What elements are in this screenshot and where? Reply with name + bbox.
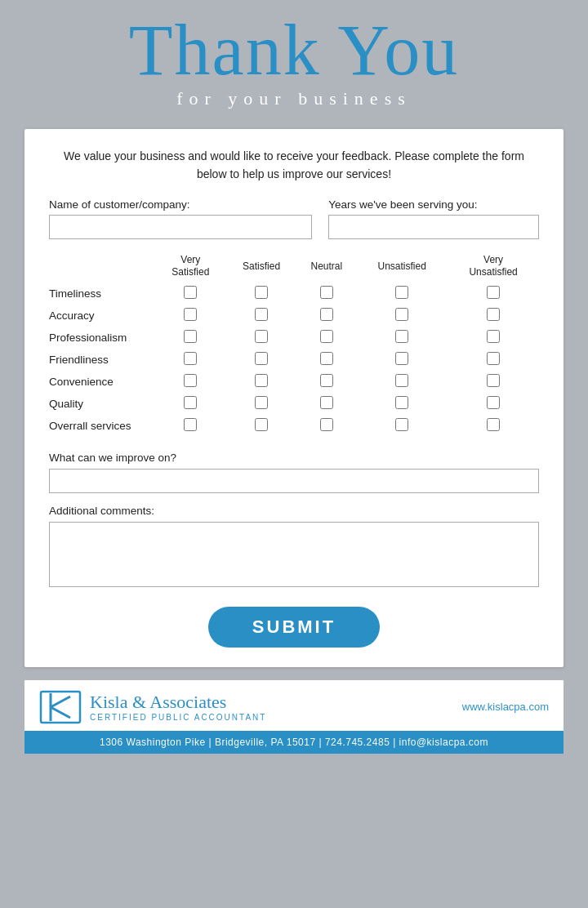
rating-checkbox[interactable] xyxy=(487,418,500,431)
rating-checkbox[interactable] xyxy=(320,396,333,409)
rating-cell[interactable] xyxy=(356,393,448,415)
rating-checkbox[interactable] xyxy=(320,418,333,431)
rating-checkbox[interactable] xyxy=(255,374,268,387)
rating-cell[interactable] xyxy=(448,305,539,327)
rating-checkbox[interactable] xyxy=(184,374,197,387)
years-label: Years we've been serving you: xyxy=(328,198,539,211)
rating-header-neutral: Neutral xyxy=(296,254,356,283)
rating-cell[interactable] xyxy=(296,327,356,349)
rating-checkbox[interactable] xyxy=(487,308,500,321)
footer-address: 1306 Washington Pike | Bridgeville, PA 1… xyxy=(24,731,564,754)
rating-cell[interactable] xyxy=(296,415,356,437)
rating-cell[interactable] xyxy=(356,305,448,327)
rating-cell[interactable] xyxy=(356,327,448,349)
rating-checkbox[interactable] xyxy=(255,308,268,321)
rating-checkbox[interactable] xyxy=(255,330,268,343)
rating-cell[interactable] xyxy=(155,415,226,437)
rating-row-label: Timeliness xyxy=(49,283,155,305)
rating-checkbox[interactable] xyxy=(320,352,333,365)
submit-row: SUBMIT xyxy=(49,607,539,648)
rating-checkbox[interactable] xyxy=(320,286,333,299)
rating-cell[interactable] xyxy=(448,327,539,349)
comments-section: Additional comments: xyxy=(49,505,539,590)
rating-cell[interactable] xyxy=(296,393,356,415)
rating-cell[interactable] xyxy=(356,349,448,371)
improve-input[interactable] xyxy=(49,469,539,493)
rating-cell[interactable] xyxy=(448,283,539,305)
rating-cell[interactable] xyxy=(155,305,226,327)
comments-label: Additional comments: xyxy=(49,505,539,517)
brand-left: Kisla & Associates Certified Public Acco… xyxy=(39,690,266,724)
rating-checkbox[interactable] xyxy=(487,374,500,387)
rating-checkbox[interactable] xyxy=(395,396,408,409)
rating-checkbox[interactable] xyxy=(255,418,268,431)
years-field-group: Years we've been serving you: xyxy=(328,198,539,239)
rating-cell[interactable] xyxy=(448,349,539,371)
customer-input[interactable] xyxy=(49,215,312,239)
rating-checkbox[interactable] xyxy=(395,352,408,365)
rating-cell[interactable] xyxy=(226,283,297,305)
years-input[interactable] xyxy=(328,215,539,239)
rating-checkbox[interactable] xyxy=(487,352,500,365)
rating-cell[interactable] xyxy=(155,371,226,393)
rating-cell[interactable] xyxy=(356,371,448,393)
rating-checkbox[interactable] xyxy=(255,286,268,299)
rating-checkbox[interactable] xyxy=(184,330,197,343)
feedback-form: We value your business and would like to… xyxy=(24,129,564,667)
rating-row-label: Convenience xyxy=(49,371,155,393)
rating-cell[interactable] xyxy=(296,305,356,327)
rating-checkbox[interactable] xyxy=(320,330,333,343)
rating-cell[interactable] xyxy=(155,327,226,349)
rating-cell[interactable] xyxy=(356,283,448,305)
rating-cell[interactable] xyxy=(226,415,297,437)
rating-checkbox[interactable] xyxy=(395,308,408,321)
comments-textarea[interactable] xyxy=(49,522,539,587)
customer-field-group: Name of customer/company: xyxy=(49,198,312,239)
brand-logo-icon xyxy=(39,690,82,724)
rating-checkbox[interactable] xyxy=(395,418,408,431)
rating-cell[interactable] xyxy=(155,393,226,415)
rating-cell[interactable] xyxy=(448,393,539,415)
rating-cell[interactable] xyxy=(296,283,356,305)
svg-line-2 xyxy=(51,697,70,707)
svg-rect-0 xyxy=(41,692,80,723)
rating-cell[interactable] xyxy=(155,283,226,305)
intro-text: We value your business and would like to… xyxy=(49,147,539,184)
rating-cell[interactable] xyxy=(226,371,297,393)
rating-cell[interactable] xyxy=(448,371,539,393)
rating-checkbox[interactable] xyxy=(487,286,500,299)
rating-checkbox[interactable] xyxy=(184,352,197,365)
rating-checkbox[interactable] xyxy=(320,374,333,387)
rating-cell[interactable] xyxy=(226,305,297,327)
rating-cell[interactable] xyxy=(296,371,356,393)
rating-row-label: Professionalism xyxy=(49,327,155,349)
rating-checkbox[interactable] xyxy=(395,374,408,387)
rating-cell[interactable] xyxy=(448,415,539,437)
rating-checkbox[interactable] xyxy=(395,286,408,299)
rating-cell[interactable] xyxy=(226,349,297,371)
rating-checkbox[interactable] xyxy=(184,418,197,431)
rating-checkbox[interactable] xyxy=(487,396,500,409)
rating-checkbox[interactable] xyxy=(184,286,197,299)
rating-cell[interactable] xyxy=(226,327,297,349)
rating-checkbox[interactable] xyxy=(184,308,197,321)
rating-cell[interactable] xyxy=(226,393,297,415)
rating-section: VerySatisfied Satisfied Neutral Unsatisf… xyxy=(49,254,539,437)
rating-checkbox[interactable] xyxy=(255,396,268,409)
rating-header-very-satisfied: VerySatisfied xyxy=(155,254,226,283)
header: Thank You for your business xyxy=(0,0,588,119)
rating-cell[interactable] xyxy=(356,415,448,437)
submit-button[interactable]: SUBMIT xyxy=(208,607,380,648)
thank-you-title: Thank You xyxy=(33,15,555,87)
rating-checkbox[interactable] xyxy=(320,308,333,321)
rating-checkbox[interactable] xyxy=(255,352,268,365)
rating-checkbox[interactable] xyxy=(184,396,197,409)
rating-row: Timeliness xyxy=(49,283,539,305)
rating-checkbox[interactable] xyxy=(395,330,408,343)
customer-label: Name of customer/company: xyxy=(49,198,312,211)
rating-checkbox[interactable] xyxy=(487,330,500,343)
rating-header-satisfied: Satisfied xyxy=(226,254,297,283)
rating-cell[interactable] xyxy=(296,349,356,371)
rating-header-unsatisfied: Unsatisfied xyxy=(356,254,448,283)
rating-cell[interactable] xyxy=(155,349,226,371)
